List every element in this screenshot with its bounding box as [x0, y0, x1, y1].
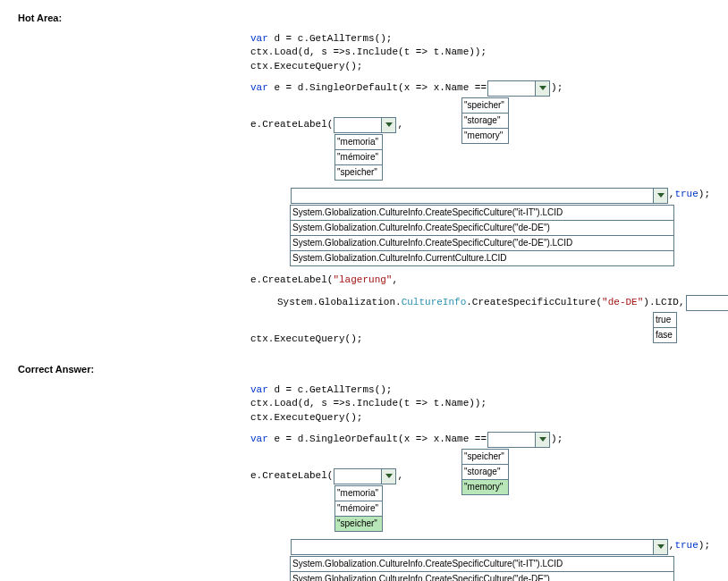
text: ).LCID, — [643, 296, 684, 309]
dropdown-name[interactable] — [487, 80, 550, 97]
dropdown-culture-options: System.Globalization.CultureInfo.CreateS… — [290, 556, 674, 581]
option[interactable]: "mémoire" — [335, 501, 382, 517]
option[interactable]: "storage" — [462, 114, 508, 129]
option-selected[interactable]: "speicher" — [335, 517, 382, 531]
option[interactable]: "speicher" — [335, 165, 382, 180]
option[interactable]: "speicher" — [462, 450, 508, 465]
dropdown-label[interactable] — [334, 117, 396, 133]
text: d = c.GetAllTerms(); — [268, 383, 393, 397]
text: e.CreateLabel( — [250, 274, 333, 287]
option[interactable]: "speicher" — [462, 98, 508, 114]
kw-var: var — [250, 433, 268, 446]
dropdown-bool-options: true fase — [653, 312, 677, 343]
option[interactable]: System.Globalization.CultureInfo.CreateS… — [291, 236, 673, 251]
type: CultureInfo — [402, 296, 467, 309]
option[interactable]: System.Globalization.CultureInfo.CreateS… — [291, 572, 673, 581]
dropdown-bool[interactable] — [686, 295, 728, 311]
text: System.Globalization. — [277, 296, 402, 309]
option[interactable]: true — [654, 313, 676, 328]
dropdown-culture[interactable] — [291, 188, 668, 204]
correct-answer-label: Correct Answer: — [18, 364, 710, 375]
text: , — [669, 188, 675, 201]
dropdown-culture[interactable] — [291, 539, 668, 555]
chevron-down-icon — [653, 540, 667, 554]
hot-area-label: Hot Area: — [18, 13, 710, 23]
text: ); — [698, 539, 710, 552]
option[interactable]: "memory" — [462, 129, 508, 143]
kw-var: var — [250, 32, 268, 46]
text: , — [392, 274, 398, 287]
text: ctx.ExecuteQuery(); — [250, 411, 362, 425]
text: e.CreateLabel( — [250, 469, 333, 483]
chevron-down-icon — [381, 118, 395, 132]
option[interactable]: System.Globalization.CultureInfo.CreateS… — [291, 557, 673, 572]
string: "lagerung" — [333, 274, 392, 287]
dropdown-name-options: "speicher" "storage" "memory" — [461, 449, 509, 495]
text: e = d.SingleOrDefault(x => x.Name == — [268, 81, 487, 95]
text: ctx.Load(d, s =>s.Include(t => t.Name)); — [250, 46, 487, 59]
text: ctx.Load(d, s =>s.Include(t => t.Name)); — [250, 397, 487, 410]
option[interactable]: "storage" — [462, 465, 508, 480]
chevron-down-icon — [535, 81, 549, 96]
text: ctx.ExecuteQuery(); — [250, 60, 362, 73]
text: e = d.SingleOrDefault(x => x.Name == — [268, 433, 487, 446]
kw-true: true — [674, 539, 698, 552]
option[interactable]: System.Globalization.CultureInfo.CreateS… — [291, 221, 673, 236]
option[interactable]: System.Globalization.CultureInfo.CreateS… — [291, 206, 673, 221]
text: , — [669, 539, 675, 552]
dropdown-culture-options: System.Globalization.CultureInfo.CreateS… — [290, 205, 674, 266]
text: d = c.GetAllTerms(); — [268, 32, 393, 46]
text: ); — [551, 81, 563, 95]
option-selected[interactable]: "memory" — [462, 480, 508, 494]
chevron-down-icon — [535, 433, 549, 447]
dropdown-label-options: "memoria" "mémoire" "speicher" — [334, 485, 383, 532]
dropdown-name[interactable] — [487, 432, 550, 448]
option[interactable]: fase — [654, 328, 676, 342]
text: ctx.ExecuteQuery(); — [250, 333, 362, 346]
text: ); — [698, 188, 710, 201]
chevron-down-icon — [381, 469, 395, 484]
dropdown-label[interactable] — [334, 468, 396, 484]
text: .CreateSpecificCulture( — [466, 296, 602, 309]
text: ); — [551, 433, 563, 446]
string: "de-DE" — [602, 296, 643, 309]
kw-var: var — [250, 383, 268, 397]
option[interactable]: "memoria" — [335, 486, 382, 501]
kw-var: var — [250, 81, 268, 95]
text: , — [397, 469, 403, 483]
hot-area-code: var d = c.GetAllTerms(); ctx.Load(d, s =… — [250, 32, 710, 346]
chevron-down-icon — [653, 189, 667, 203]
option[interactable]: System.Globalization.CultureInfo.Current… — [291, 251, 673, 265]
dropdown-name-options: "speicher" "storage" "memory" — [461, 97, 509, 144]
correct-answer-code: var d = c.GetAllTerms(); ctx.Load(d, s =… — [250, 383, 710, 581]
kw-true: true — [674, 188, 698, 201]
option[interactable]: "mémoire" — [335, 150, 382, 165]
